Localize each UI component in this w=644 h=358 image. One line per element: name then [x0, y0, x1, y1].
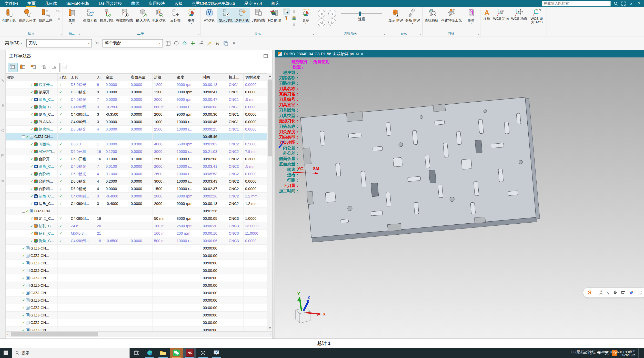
operation-row[interactable]: ✓倒角_C...✓C4X90倒...3-0.35000.00002000 ...… [6, 111, 272, 118]
column-header-切削深度[interactable]: 切削深度 [244, 74, 265, 81]
toolbar-layers2-button[interactable] [222, 40, 229, 47]
play-last-icon[interactable]: |▷ [328, 18, 336, 26]
collapse-icon[interactable]: − [22, 135, 25, 138]
column-header-速度[interactable]: 速度 [175, 74, 201, 81]
start-button[interactable] [0, 348, 12, 358]
mini-button-tcut[interactable] [283, 15, 290, 21]
program-group-row[interactable]: ✓GJZJ-CN...00:00:00 [6, 319, 272, 326]
resource-res3-icon[interactable] [1, 129, 5, 132]
tray-expand-icon[interactable]: ∧ [582, 351, 585, 355]
menu-item-6[interactable]: 应用模块 [144, 0, 170, 7]
collapse-icon[interactable]: − [22, 210, 25, 213]
mini-button-down[interactable] [291, 22, 297, 28]
column-header-工具[interactable]: 工具 [69, 74, 95, 81]
group-dialog-launcher[interactable]: ▾ [384, 33, 385, 36]
operation-row[interactable]: ✓锣穿开...✓D3.0精光90.00000.00001200 ...9000 … [6, 81, 272, 88]
button-更多[interactable]: 更多▾ [183, 8, 199, 25]
vertical-scrollbar[interactable]: ▲ ▼ [267, 73, 272, 330]
button-后处理[interactable]: 后处理 [167, 8, 183, 23]
part-tab[interactable]: DUBD-23040-04-C3-P1.56-固晶治具.prt ⧉ ✕ [275, 50, 367, 57]
network-icon[interactable] [588, 350, 593, 355]
detach-tab-icon[interactable]: ⧉ [356, 52, 359, 56]
button-更多[interactable]: 更多▾ [463, 8, 479, 25]
program-order-view-button[interactable] [8, 63, 17, 72]
operation-row[interactable]: ✓清角_C...✓C4X90倒...3-0.40000.00002000 ...… [6, 200, 272, 207]
search-icon[interactable] [613, 1, 618, 6]
column-header-刀.[interactable]: 刀. [95, 74, 104, 81]
ime-toolbar[interactable]: S 英 ·, [583, 288, 644, 297]
operation-row[interactable]: ✓台阶精...✓D6.0精光40.20000.00003000 ...10000… [6, 178, 272, 185]
operation-row[interactable]: ✓倒角_C...✓C4X90倒...19-0.65000.0000500 m..… [6, 237, 272, 245]
task-view-button[interactable] [130, 348, 143, 358]
button-创建特征工艺[interactable]: 创建特征工艺 [440, 8, 463, 23]
horizontal-scroll-thumb[interactable] [11, 332, 98, 336]
mini-button-meth1[interactable] [54, 8, 61, 15]
toolbar-circle-button[interactable] [173, 40, 180, 47]
taskbar-settings-icon[interactable] [196, 348, 210, 358]
vertical-scroll-thumb[interactable] [268, 79, 272, 156]
help-icon[interactable]: ? [636, 2, 641, 6]
menu-item-1[interactable]: 主页 [23, 0, 40, 7]
operation-row[interactable]: ✓轮廓精...✓D6.0精光40.00000.00002500 ...10000… [6, 126, 272, 133]
taskbar-explorer-icon[interactable] [156, 348, 170, 358]
operation-row[interactable]: ✓倒角_C...✓C4X90倒...3-0.25000.0000800 m...… [6, 103, 272, 111]
program-group-row[interactable]: −✓GJZJ-CN...00:45:46 [6, 133, 272, 141]
command-search-input[interactable]: 在此输入以搜索 [542, 1, 611, 6]
column-header-时间[interactable]: 时间 [201, 74, 227, 81]
column-header-标题[interactable]: 标题 [6, 74, 58, 81]
menu-item-file[interactable]: 文件(F) [0, 0, 23, 7]
program-group-row[interactable]: ✓GJZJ-CN...00:00:00 [6, 245, 272, 252]
filter-reset-icon[interactable] [94, 40, 100, 47]
mini-button-hatch[interactable] [283, 8, 290, 15]
group-dialog-launcher[interactable]: ▾ [420, 33, 421, 36]
button-刀轨报告[interactable]: 刀轨报告 [250, 8, 267, 23]
program-group-row[interactable]: ✓GJZJ-CN...00:00:00 [6, 289, 272, 297]
new-window-button[interactable] [50, 63, 59, 72]
button-注释[interactable]: A注释 [481, 8, 492, 21]
scroll-left-icon[interactable]: ‹ [6, 332, 10, 337]
program-group-row[interactable]: ✓GJZJ-CN...00:00:00 [6, 282, 272, 289]
toolbar-link-button[interactable] [198, 40, 204, 47]
menu-item-5[interactable]: 曲线 [127, 0, 144, 7]
toolbox-grid-icon[interactable] [637, 290, 642, 295]
toolbar-plus-button[interactable] [189, 40, 196, 47]
ime-punct-icon[interactable]: ·, [607, 290, 609, 295]
play-forward-icon[interactable]: ▷ [328, 10, 336, 17]
menu-item-7[interactable]: 选择 [170, 0, 187, 7]
button-有效性报告[interactable]: 有效性报告 [115, 8, 135, 23]
sogou-icon[interactable]: S [588, 289, 592, 296]
button-显示 IPW[interactable]: 显示 IPW [387, 8, 404, 23]
play-first-icon[interactable]: ◁| [318, 18, 325, 26]
speed-slider-thumb[interactable] [359, 12, 361, 16]
resource-res2-icon[interactable] [1, 104, 5, 107]
menu-item-3[interactable]: SuFieR-分析 [62, 0, 94, 7]
horizontal-scrollbar[interactable]: ‹ › [6, 331, 272, 337]
toolbar-percent-button[interactable]: % [214, 40, 221, 47]
program-group-row[interactable]: ✓GJZJ-CN...00:00:00 [6, 252, 272, 260]
operation-row[interactable]: ✓飞面精...✓D80.010.00000.03004000 ...6500 r… [6, 141, 272, 148]
button-VT仿真[interactable]: VT仿真 [202, 8, 217, 23]
panel-splitter[interactable] [272, 50, 275, 339]
button-查找特征[interactable]: 查找特征 [424, 8, 440, 23]
menu-item-9[interactable]: 星空 V7.4 [240, 0, 267, 7]
button-NC 助理[interactable]: NC 助理 [267, 8, 283, 23]
button-确认刀轨[interactable]: 确认刀轨 [135, 8, 151, 23]
selection-scope-combo[interactable]: 整个装配▾ [103, 39, 163, 47]
machine-tool-view-button[interactable] [19, 63, 28, 72]
program-group-row[interactable]: −✓GJZJ-CN...00:01:26 [6, 207, 272, 215]
taskbar-search-input[interactable]: 搜索 [12, 348, 130, 358]
column-header-余量[interactable]: 余量 [104, 74, 129, 81]
program-group-row[interactable]: ✓GJZJ-CN...00:00:00 [6, 326, 272, 331]
fullscreen-icon[interactable] [621, 1, 626, 6]
taskbar-wechat-icon[interactable] [170, 348, 183, 358]
operation-row[interactable]: ✓钻孔_C...✓M5X0.8...21160 m...200 rpm00:00… [6, 230, 272, 237]
view-filter-combo[interactable]: 刀轨▾ [26, 39, 92, 47]
program-group-row[interactable]: ✓GJZJ-CN...00:00:00 [6, 267, 272, 274]
column-header-底面余量[interactable]: 底面余量 [129, 74, 153, 81]
play-back-icon[interactable]: ◁ [318, 10, 325, 17]
keyboard-icon[interactable] [621, 290, 626, 295]
operation-row[interactable]: ✓定点_C...✓C4X90倒...1950 mm...8000 rpm00:0… [6, 215, 272, 222]
undock-panel-icon[interactable] [264, 54, 268, 58]
skin-icon[interactable] [629, 290, 634, 295]
toolbar-wand-button[interactable] [206, 40, 213, 47]
